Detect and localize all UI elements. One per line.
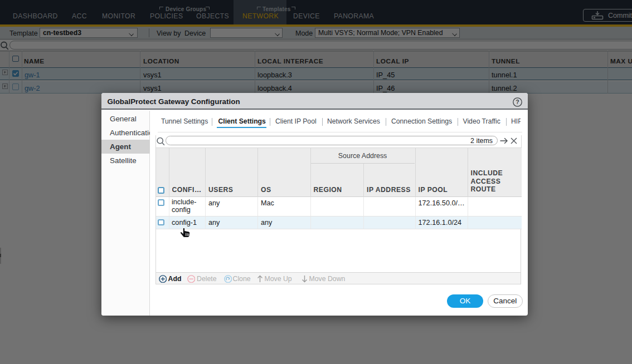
svg-text:?: ?: [516, 99, 519, 105]
